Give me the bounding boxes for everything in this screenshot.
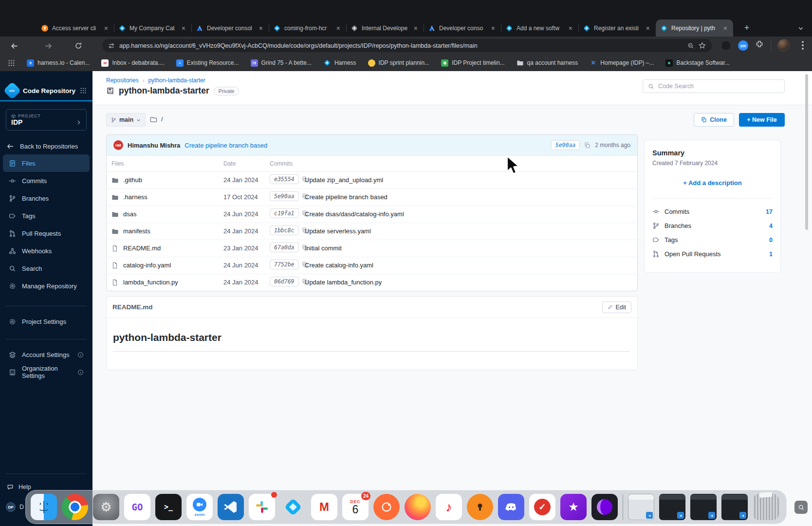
info-icon[interactable] <box>77 352 84 358</box>
bookmark-item-9[interactable]: ✕Homepage (IDP) –... <box>590 59 654 67</box>
commit-hash[interactable]: c19fa1 <box>270 208 299 218</box>
dock-thumb-dark-1-icon[interactable]: ◄ <box>659 494 685 520</box>
table-row[interactable]: .github24 Jan 2024e35554Update zip_and_u… <box>107 172 637 189</box>
site-info-icon[interactable] <box>108 42 115 49</box>
sidebar-item-pull-requests[interactable]: Pull Requests <box>3 225 90 242</box>
tab-search-chevron-icon[interactable] <box>795 23 806 34</box>
back-button[interactable] <box>8 39 20 52</box>
branch-selector[interactable]: main <box>106 113 146 127</box>
dock-calendar-icon[interactable]: DEC624 <box>342 494 369 520</box>
browser-tab-7[interactable]: Add a new softw× <box>501 19 578 37</box>
dock-star-icon[interactable]: ★ <box>560 494 587 520</box>
table-row[interactable]: README.md23 Jan 202467a0daInitial commit <box>107 240 637 257</box>
sidebar-item-organization-settings[interactable]: Organization Settings <box>3 363 90 381</box>
sidebar-item-branches[interactable]: Branches <box>3 189 90 207</box>
sidebar-item-files[interactable]: Files <box>3 154 90 172</box>
dock-trash-icon[interactable] <box>753 494 779 520</box>
dock-thumb-dark-2-icon[interactable]: ◄ <box>690 494 717 520</box>
browser-tab-9[interactable]: Repository | pyth× <box>656 19 733 37</box>
dock-vscode-icon[interactable] <box>218 494 244 520</box>
file-name[interactable]: README.md <box>123 244 161 252</box>
bookmark-item-8[interactable]: qa account harness <box>517 59 578 67</box>
commit-message[interactable]: Create pipeline branch based <box>305 193 388 201</box>
tab-close-icon[interactable]: × <box>645 24 651 32</box>
code-search-box[interactable] <box>643 79 785 93</box>
tab-close-icon[interactable]: × <box>335 24 342 32</box>
file-name[interactable]: catalog-info.yaml <box>123 262 171 269</box>
module-grid-icon[interactable] <box>80 87 87 94</box>
sidebar-item-account-settings[interactable]: Account Settings <box>3 346 90 363</box>
file-name[interactable]: manifests <box>123 227 150 235</box>
breadcrumb-current-link[interactable]: python-lambda-starter <box>148 77 205 84</box>
table-row[interactable]: lambda_function.py24 Jan 202406d769Updat… <box>107 274 637 291</box>
commit-message[interactable]: Update zip_and_upload.yml <box>305 176 383 184</box>
code-search-input[interactable] <box>658 83 779 90</box>
page-scrollbar[interactable] <box>805 74 808 230</box>
extension-icon[interactable] <box>721 40 731 51</box>
corner-overlay-loupe-icon[interactable] <box>794 501 808 514</box>
commit-hash[interactable]: 5e90aa <box>551 140 580 150</box>
commit-message[interactable]: Create catalog-info.yaml <box>305 262 373 269</box>
sidebar-item-commits[interactable]: Commits <box>3 172 90 189</box>
zoom-out-icon[interactable] <box>687 42 694 49</box>
file-name[interactable]: dsas <box>123 210 136 218</box>
dock-postman-icon[interactable] <box>373 494 400 520</box>
table-row[interactable]: catalog-info.yaml24 Jun 20247752beCreate… <box>107 257 637 274</box>
browser-menu-icon[interactable] <box>799 40 807 51</box>
table-row[interactable]: .harness17 Oct 20245e90aaCreate pipeline… <box>107 189 637 206</box>
profile-avatar[interactable] <box>777 39 790 52</box>
apps-grid-icon[interactable] <box>8 59 15 67</box>
tab-close-icon[interactable]: × <box>490 24 497 32</box>
bookmark-item-5[interactable]: Harness <box>323 59 356 67</box>
dock-insomnia-icon[interactable] <box>591 494 618 520</box>
tab-close-icon[interactable]: × <box>412 24 419 32</box>
summary-stat-tags[interactable]: Tags0 <box>652 233 773 247</box>
project-selector[interactable]: PROJECT IDP <box>6 109 87 131</box>
browser-tab-1[interactable]: Access server cli× <box>37 19 114 37</box>
browser-tab-3[interactable]: Developer consol× <box>191 19 269 37</box>
clone-button[interactable]: Clone <box>694 113 734 127</box>
dock-music-icon[interactable]: ♪ <box>436 494 462 520</box>
file-name[interactable]: .harness <box>123 193 148 201</box>
sidebar-item-tags[interactable]: Tags <box>3 207 90 225</box>
commit-message[interactable]: Initial commit <box>305 244 342 252</box>
bookmark-star-icon[interactable] <box>699 42 706 49</box>
copy-icon[interactable] <box>584 142 591 149</box>
dock-discord-icon[interactable] <box>498 494 524 520</box>
commit-hash[interactable]: 5e90aa <box>270 191 299 201</box>
bookmark-item-6[interactable]: IDP sprint plannin... <box>368 59 430 67</box>
dock-zoom-icon[interactable]: zoom <box>186 494 213 520</box>
info-icon[interactable] <box>77 369 84 376</box>
summary-stat-branches[interactable]: Branches4 <box>652 219 773 233</box>
commit-hash[interactable]: 06d769 <box>270 277 299 286</box>
breadcrumb-repositories-link[interactable]: Repositories <box>106 77 139 84</box>
commit-hash[interactable]: 67a0da <box>270 243 299 252</box>
commit-hash[interactable]: 7752be <box>270 260 299 269</box>
browser-tab-8[interactable]: Register an existi× <box>578 19 656 37</box>
dock-check-icon[interactable]: ✓ <box>529 494 555 520</box>
dock-openvpn-icon[interactable] <box>467 494 493 520</box>
dock-thumb-light-icon[interactable]: ◄ <box>628 494 654 520</box>
dock-red-m-icon[interactable]: M <box>311 494 337 520</box>
browser-tab-4[interactable]: coming-from-hcr× <box>269 19 346 37</box>
commit-message[interactable]: Create dsas/dasd/catalog-info.yaml <box>305 210 404 218</box>
bookmark-item-10[interactable]: Backstage Softwar... <box>665 59 729 67</box>
path-text[interactable]: / <box>161 115 163 123</box>
new-file-button[interactable]: + New File <box>739 113 785 127</box>
commit-message[interactable]: Update serverless.yaml <box>305 227 371 235</box>
zoom-extension-icon[interactable]: zm <box>738 40 748 51</box>
reload-button[interactable] <box>72 39 85 52</box>
bookmark-item-2[interactable]: MInbox - debabrata.... <box>101 59 164 67</box>
bookmark-item-4[interactable]: 75Grind 75 - A bette... <box>251 59 312 67</box>
dock-settings-icon[interactable]: ⚙ <box>93 494 119 520</box>
sidebar-item-search[interactable]: Search <box>3 260 90 277</box>
dock-harness-icon[interactable] <box>280 494 306 520</box>
bookmark-item-7[interactable]: ⊞IDP Project timelin... <box>441 59 504 67</box>
bookmark-item-1[interactable]: 5harness.io - Calen... <box>27 59 90 67</box>
dock-slack-icon[interactable] <box>249 494 275 520</box>
browser-tab-6[interactable]: Developer conso× <box>424 19 501 37</box>
forward-button[interactable] <box>42 39 55 52</box>
dock-goland-icon[interactable]: GO <box>124 494 150 520</box>
summary-stat-commits[interactable]: Commits17 <box>652 205 773 219</box>
tab-close-icon[interactable]: × <box>722 24 729 32</box>
